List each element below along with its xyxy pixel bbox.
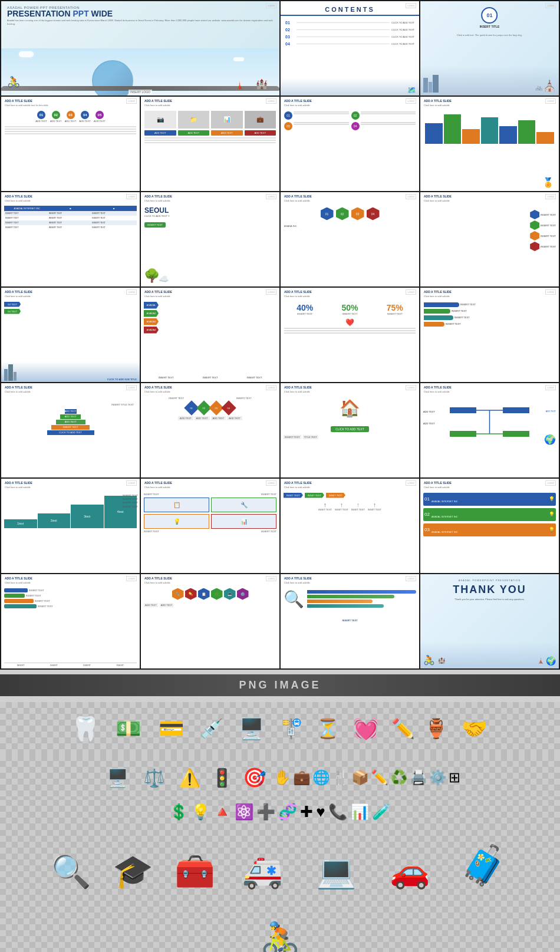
slide20-stairs: 1text 2text 3text 4test INSERT TEXT INSE… bbox=[1, 491, 140, 530]
slide8-logo: LOGO bbox=[126, 194, 137, 199]
slide-2-contents[interactable]: LOGO CONTENTS 01 CLICK TO ADD TEXT 02 CL… bbox=[281, 1, 419, 95]
slide10-company: ANANA INC. bbox=[281, 223, 419, 229]
slide17-labels: INSERT TEXT INSERT TEXT bbox=[141, 396, 279, 401]
slide20-logo: LOGO bbox=[126, 480, 137, 486]
slide16-title: ADD A TITLE SLIDE bbox=[1, 383, 140, 390]
slide10-subtitle: Click here to add subtitle bbox=[281, 199, 419, 205]
slide2-logo: LOGO bbox=[406, 3, 416, 8]
png-cyclist-icon: 🚴 bbox=[245, 907, 315, 952]
slide11-title: ADD A TITLE SLIDE bbox=[420, 192, 559, 199]
png-dna-icon: 🧬 bbox=[278, 803, 297, 821]
slide-3-insert-title[interactable]: LOGO 01 INSERT TITLE Click to add text. … bbox=[420, 1, 559, 95]
slide-10[interactable]: LOGO ADD A TITLE SLIDE Click here to add… bbox=[281, 192, 419, 286]
slide25-honeycombs: 🔧 💊 📋 🌿 💻 ⚙️ bbox=[141, 587, 279, 602]
slide-9-seoul[interactable]: LOGO ADD A TITLE SLIDE Click here to add… bbox=[141, 192, 279, 286]
slide21-title: ADD A TITLE SLIDE bbox=[141, 479, 279, 486]
slide-21[interactable]: LOGO ADD A TITLE SLIDE Click here to add… bbox=[141, 479, 279, 573]
slide11-logo: LOGO bbox=[545, 194, 556, 199]
slide13-title: ADD A TITLE SLIDE bbox=[141, 288, 279, 295]
slide10-hexagons: 01 02 03 04 bbox=[281, 205, 419, 223]
slide-14[interactable]: LOGO ADD A TITLE SLIDE Click here to add… bbox=[281, 288, 419, 382]
png-hand-icon: ✋ bbox=[274, 769, 291, 786]
slide25-title: ADD A TITLE SLIDE bbox=[141, 574, 279, 581]
slide-1-main[interactable]: ASADAL POWER PPT PRESENTATION PRESENTATI… bbox=[1, 1, 279, 95]
slide5-logo: LOGO bbox=[266, 98, 276, 104]
png-car-icon: 🚗 bbox=[377, 845, 442, 898]
slide13-logo: LOGO bbox=[266, 289, 276, 295]
slide6-title: ADD A TITLE SLIDE bbox=[281, 97, 419, 104]
slide17-subtitle: Click here to add subtitle bbox=[141, 390, 279, 396]
slide-8[interactable]: LOGO ADD A TITLE SLIDE Click here to add… bbox=[1, 192, 140, 286]
slide-27-thank-you[interactable]: ASADAL POWERPOINT PRESENTATION THANK YOU… bbox=[420, 574, 559, 668]
png-title-bar: PNG IMAGE bbox=[0, 674, 560, 696]
slide-22[interactable]: LOGO ADD A TITLE SLIDE Click here to add… bbox=[281, 479, 419, 573]
png-grad-cap-icon: 🎓 bbox=[106, 845, 159, 898]
png-syringe-icon: 💉 bbox=[196, 708, 228, 749]
slide25-add-text: ADD TEXT ADD TEXT bbox=[141, 602, 279, 608]
png-heart-icon: ♥ bbox=[316, 803, 325, 821]
slide20-title: ADD A TITLE SLIDE bbox=[1, 479, 140, 486]
slide9-city: SEOUL bbox=[144, 206, 276, 215]
png-jar-icon: 🏺 bbox=[421, 708, 451, 749]
png-icons-row-2: 🖥️ ⚖️ ⚠️ 🚦 🎯 ✋ 💼 🌐 🍴 📦 ✏️ ♻️ 🖨️ ⚙️ ⊞ bbox=[0, 755, 560, 800]
slide24-bottom-labels: INSERT INSERT INSERT INSERT bbox=[4, 663, 137, 667]
slide22-logo: LOGO bbox=[406, 480, 416, 486]
slide-25[interactable]: LOGO ADD A TITLE SLIDE Click here to add… bbox=[141, 574, 279, 668]
slide14-desc bbox=[281, 327, 419, 335]
slide4-subtitle: Click here to add subtitle text for this… bbox=[1, 104, 140, 109]
slide-19[interactable]: LOGO ADD A TITLE SLIDE Click here to add… bbox=[420, 383, 559, 477]
slide1-description: Asadal has been running one of the bigge… bbox=[7, 19, 274, 25]
png-pencil2-icon: ✏️ bbox=[371, 769, 388, 786]
svg-rect-3 bbox=[450, 407, 476, 413]
slide3-logo: LOGO bbox=[545, 3, 556, 8]
svg-rect-4 bbox=[503, 407, 529, 413]
png-icons-row-3: 💲 💡 🔺 ⚛️ ➕ 🧬 ✚ ♥ 📞 📊 🧪 bbox=[0, 800, 560, 824]
png-triangle-icon: 🔺 bbox=[213, 803, 232, 821]
slide-17[interactable]: LOGO ADD A TITLE SLIDE Click here to add… bbox=[141, 383, 279, 477]
slide-6[interactable]: LOGO ADD A TITLE SLIDE Click here to add… bbox=[281, 97, 419, 191]
slide12-subtitle: Click here to add subtitle bbox=[1, 295, 140, 300]
slide25-logo: LOGO bbox=[266, 576, 276, 581]
slide-26[interactable]: LOGO ADD A TITLE SLIDE Click here to add… bbox=[281, 574, 419, 668]
slide-11[interactable]: LOGO ADD A TITLE SLIDE Click here to add… bbox=[420, 192, 559, 286]
slide6-logo: LOGO bbox=[406, 98, 416, 104]
slide-16[interactable]: LOGO ADD A TITLE SLIDE Click here to add… bbox=[1, 383, 140, 477]
slide24-colorbars: INSERT TEXT INSERT TEXT INSERT TEXT INSE… bbox=[1, 587, 140, 610]
slide6-grid: 01 02 03 04 bbox=[281, 109, 419, 133]
slide15-bars: INSERT TEXT INSERT TEXT INSERT TEXT INSE… bbox=[420, 300, 559, 329]
png-section: PNG IMAGE 🦷 💵 💳 💉 🖥️ 🚏 ⏳ 💓 ✏️ 🏺 🤝 🖥️ ⚖️ … bbox=[0, 670, 560, 952]
slide-4[interactable]: LOGO ADD A TITLE SLIDE Click here to add… bbox=[1, 97, 140, 191]
png-browser-icon: 🖥️ bbox=[233, 708, 271, 749]
slide7-title: ADD A TITLE SLIDE bbox=[420, 97, 559, 104]
slide10-logo: LOGO bbox=[406, 194, 416, 199]
slide13-subtitle: Click here to add subtitle bbox=[141, 295, 279, 300]
slide26-magnify: 🔍 bbox=[281, 587, 419, 612]
contents-item-3: 03 CLICK TO ADD TEXT bbox=[285, 35, 414, 39]
slide24-subtitle: Click here to add subtitle bbox=[1, 581, 140, 587]
contents-item-4: 04 CLICK TO ADD TEXT bbox=[285, 42, 414, 46]
slide16-subtitle: Click here to add subtitle bbox=[1, 390, 140, 396]
png-title: PNG IMAGE bbox=[239, 679, 321, 691]
png-warning-icon: ⚠️ bbox=[173, 760, 206, 795]
slide-20[interactable]: LOGO ADD A TITLE SLIDE Click here to add… bbox=[1, 479, 140, 573]
slide-13[interactable]: LOGO ADD A TITLE SLIDE Click here to add… bbox=[141, 288, 279, 382]
slide-5[interactable]: LOGO ADD A TITLE SLIDE Click here to add… bbox=[141, 97, 279, 191]
slide-18[interactable]: LOGO ADD A TITLE SLIDE Click here to add… bbox=[281, 383, 419, 477]
png-cross-icon: ✚ bbox=[300, 803, 313, 821]
slide-23[interactable]: LOGO ADD A TITLE SLIDE Click here to add… bbox=[420, 479, 559, 573]
slide1-logo: LOGO bbox=[266, 3, 276, 8]
slide9-tree: 🌳 bbox=[144, 268, 160, 284]
slide21-subtitle: Click here to add subtitle bbox=[141, 486, 279, 491]
slide-12[interactable]: LOGO ADD A TITLE SLIDE Click here to add… bbox=[1, 288, 140, 382]
slide7-logo: LOGO bbox=[545, 98, 556, 104]
png-icons-row-1: 🦷 💵 💳 💉 🖥️ 🚏 ⏳ 💓 ✏️ 🏺 🤝 bbox=[0, 702, 560, 755]
slide18-title: ADD A TITLE SLIDE bbox=[281, 383, 419, 390]
slide12-city: CLICK TO ADD SUB TITLE bbox=[1, 358, 140, 382]
slide-15[interactable]: LOGO ADD A TITLE SLIDE Click here to add… bbox=[420, 288, 559, 382]
slide18-graphic: 🏠 bbox=[281, 396, 419, 421]
slide-24[interactable]: LOGO ADD A TITLE SLIDE Click here to add… bbox=[1, 574, 140, 668]
svg-rect-5 bbox=[450, 431, 476, 437]
slide14-heart: ❤️ bbox=[281, 318, 419, 327]
slide-7[interactable]: LOGO ADD A TITLE SLIDE Click here to add… bbox=[420, 97, 559, 191]
svg-rect-6 bbox=[503, 431, 529, 437]
